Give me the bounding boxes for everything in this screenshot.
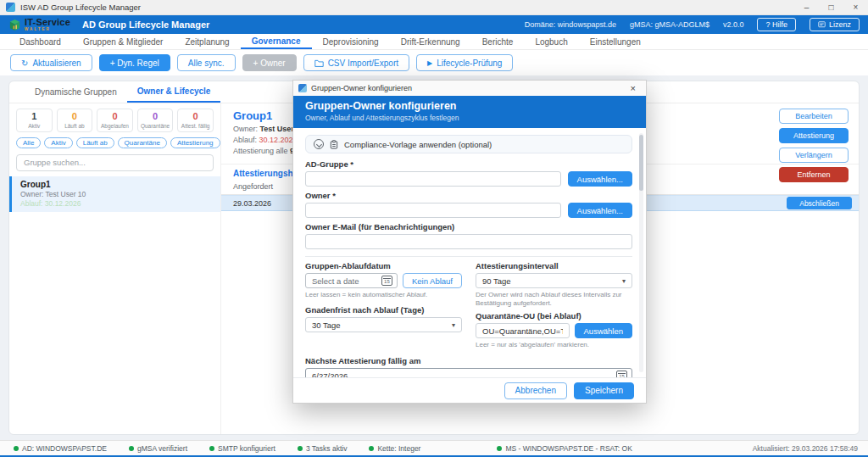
green-dot-icon [369,446,374,451]
filter-alle[interactable]: Alle [16,137,41,148]
add-owner-button[interactable]: + Owner [242,54,297,71]
dialog-subtitle: Owner, Ablauf und Attestierungszyklus fe… [305,114,634,122]
attestation-button[interactable]: Attestierung [779,128,849,143]
dropdown-arrow-icon: ▾ [622,277,626,285]
os-titlebar: ISW AD Group Lifecycle Manager – □ × [0,0,868,15]
ad-group-input[interactable] [305,171,561,187]
detail-action-buttons: Bearbeiten Attestierung Verlängern Entfe… [779,109,849,182]
status-ad: AD: WINDOWSPAPST.DE [14,444,107,453]
nav-drift-erkennung[interactable]: Drift-Erkennung [390,34,471,49]
nav-einstellungen[interactable]: Einstellungen [579,34,652,49]
owner-email-input[interactable] [305,234,632,249]
compliance-template-toggle[interactable]: Compliance-Vorlage anwenden (optional) [305,135,632,153]
window-controls: – □ × [794,0,868,14]
nav-gruppen-mitglieder[interactable]: Gruppen & Mitglieder [72,34,175,49]
grace-period-select[interactable]: 30 Tage ▾ [305,317,462,332]
gmsa-label: gMSA: gMSA-ADGLM$ [630,20,709,29]
lifecycle-check-button[interactable]: ▶ Lifecycle-Prüfung [416,54,513,71]
nav-zeitplanung[interactable]: Zeitplanung [174,34,240,49]
dialog-close-icon[interactable]: × [626,83,641,93]
dialog-scrollbar [639,133,643,372]
tab-owner-lifecycle[interactable]: Owner & Lifecycle [127,81,221,103]
clipboard-icon [330,140,338,149]
group-expiry-datepicker[interactable]: Select a date 15 [305,273,398,288]
owner-input[interactable] [305,203,561,218]
green-dot-icon [497,446,502,451]
version-label: v2.0.0 [723,20,744,29]
group-owner-dialog: Gruppen-Owner konfigurieren × Gruppen-Ow… [292,80,647,404]
owner-email-label: Owner E-Mail (für Benachrichtigungen) [305,222,632,231]
refresh-button[interactable]: ↻ Aktualisieren [10,54,92,71]
add-dyn-rule-button[interactable]: + Dyn. Regel [99,54,170,71]
save-button[interactable]: Speichern [574,382,634,399]
cancel-button[interactable]: Abbrechen [504,382,567,399]
quarantine-ou-select-button[interactable]: Auswählen [575,323,632,338]
group-search-input[interactable] [16,154,214,171]
owner-label: Owner * [305,191,632,200]
status-smtp: SMTP konfiguriert [209,444,275,453]
filter-chips: Alle Aktiv Läuft ab Quarantäne Attestier… [16,137,214,148]
dialog-window-title: Gruppen-Owner konfigurieren [311,84,412,92]
quarantine-help-text: Leer = nur als 'abgelaufen' markieren. [476,341,632,349]
refresh-icon: ↻ [21,59,28,68]
dialog-body: Compliance-Vorlage anwenden (optional) A… [293,128,646,377]
no-expiry-button[interactable]: Kein Ablauf [403,273,462,288]
last-updated-label: Aktualisiert: 29.03.2026 17:58:49 [753,444,858,453]
it-service-logo-icon [8,19,21,31]
owner-select-button[interactable]: Auswählen... [568,203,632,218]
close-button[interactable]: × [843,0,868,14]
quarantine-ou-label: Quarantäne-OU (bei Ablauf) [476,311,632,320]
nav-dashboard[interactable]: Dashboard [8,34,72,49]
remove-button[interactable]: Entfernen [779,167,849,182]
next-attestation-label: Nächste Attestierung fällig am [305,356,632,365]
ad-group-select-button[interactable]: Auswählen... [568,171,632,187]
status-gmsa: gMSA verifiziert [129,444,187,453]
stat-aktiv: 1 Aktiv [16,109,53,132]
green-dot-icon [14,446,19,451]
filter-laeuft-ab[interactable]: Läuft ab [76,137,114,148]
domain-label: Domäne: windowspapst.de [525,20,616,29]
folder-icon [314,59,324,67]
group-list: Group1 Owner: Test User 10 Ablauf: 30.12… [9,176,220,212]
filter-quarantaene[interactable]: Quarantäne [118,137,167,148]
grace-period-label: Gnadenfrist nach Ablauf (Tage) [305,305,462,315]
dialog-app-icon [298,84,307,92]
interval-help-text: Der Owner wird nach Ablauf dieses Interv… [476,291,632,308]
calendar-icon: 15 [381,276,392,286]
group-list-item[interactable]: Group1 Owner: Test User 10 Ablauf: 30.12… [9,176,220,212]
help-button[interactable]: ? Hilfe [757,18,796,31]
sync-all-button[interactable]: Alle sync. [177,54,236,71]
expiry-help-text: Leer lassen = kein automatischer Ablauf. [305,291,462,299]
nav-logbuch[interactable]: Logbuch [524,34,578,49]
nav-deprovisioning[interactable]: Deprovisioning [312,34,390,49]
complete-attestation-button[interactable]: Abschließen [787,197,852,209]
group-list-panel: 1 Aktiv 0 Läuft ab 0 Abgelaufen 0 Quaran… [9,103,221,434]
play-icon: ▶ [427,59,432,67]
brand-logo: IT-Service WALTER [8,18,70,32]
csv-import-export-button[interactable]: CSV Import/Export [303,54,409,71]
app-title: AD Group Lifecycle Manager [82,20,209,30]
quarantine-ou-input[interactable] [476,323,570,338]
minimize-button[interactable]: – [794,0,819,14]
nav-governance[interactable]: Governance [241,34,312,49]
filter-aktiv[interactable]: Aktiv [44,137,72,148]
green-dot-icon [209,446,214,451]
dialog-scrollbar-thumb[interactable] [639,135,643,191]
toolbar: ↻ Aktualisieren + Dyn. Regel Alle sync. … [0,50,868,75]
attestation-interval-label: Attestierungsintervall [476,261,632,270]
filter-attestierung[interactable]: Attestierung [170,137,220,148]
tab-dynamische-gruppen[interactable]: Dynamische Gruppen [25,81,127,103]
status-bar: AD: WINDOWSPAPST.DE gMSA verifiziert SMT… [0,440,868,455]
status-tasks: 3 Tasks aktiv [298,444,348,453]
nav-berichte[interactable]: Berichte [471,34,525,49]
extend-button[interactable]: Verlängern [779,148,849,163]
license-button[interactable]: Lizenz [810,18,860,31]
edit-button[interactable]: Bearbeiten [779,109,849,124]
attestation-interval-select[interactable]: 90 Tage ▾ [476,273,632,288]
next-attestation-datepicker[interactable]: 6/27/2026 15 [305,368,632,377]
brand-name: IT-Service [25,18,70,27]
green-dot-icon [298,446,303,451]
main-nav: Dashboard Gruppen & Mitglieder Zeitplanu… [0,34,868,50]
dialog-titlebar: Gruppen-Owner konfigurieren × [293,81,646,96]
maximize-button[interactable]: □ [819,0,843,14]
